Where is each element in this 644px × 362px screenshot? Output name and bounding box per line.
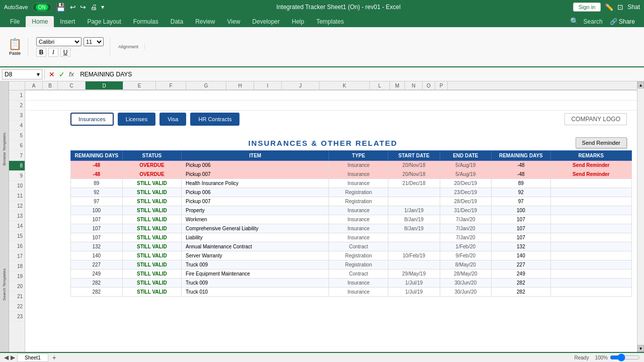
tab-formulas[interactable]: Formulas bbox=[127, 16, 165, 27]
col-header-e[interactable]: E bbox=[123, 81, 156, 89]
col-header-a[interactable]: A bbox=[25, 81, 43, 89]
tab-review[interactable]: Review bbox=[189, 16, 221, 27]
row-num-8[interactable]: 8 bbox=[9, 161, 25, 171]
data-cell: 227 bbox=[492, 260, 550, 269]
italic-btn[interactable]: I bbox=[48, 48, 58, 57]
col-header-c[interactable]: C bbox=[58, 81, 86, 89]
col-header-f[interactable]: F bbox=[156, 81, 186, 89]
tab-page-layout[interactable]: Page Layout bbox=[81, 16, 127, 27]
data-cell: Truck 009 bbox=[182, 279, 329, 288]
col-header-n[interactable]: N bbox=[405, 81, 423, 89]
font-size-select[interactable]: 11 bbox=[84, 37, 104, 46]
col-header-g[interactable]: G bbox=[186, 81, 226, 89]
zoom-slider[interactable] bbox=[610, 355, 640, 360]
scroll-track[interactable] bbox=[637, 88, 644, 345]
search-templates-label[interactable]: Search Templates bbox=[1, 267, 8, 302]
share-button[interactable]: 🔗 Share bbox=[605, 16, 640, 27]
tab-file[interactable]: File bbox=[4, 16, 26, 27]
status-cell: STILL VALID bbox=[122, 233, 181, 242]
hr-contracts-btn[interactable]: HR Contracts bbox=[190, 113, 239, 126]
data-cell: 107 bbox=[71, 224, 123, 233]
col-header-l[interactable]: L bbox=[370, 81, 390, 89]
col-header-d[interactable]: D bbox=[86, 81, 123, 89]
data-cell: 28/Dec/19 bbox=[440, 197, 492, 206]
data-cell: Insurance bbox=[329, 288, 388, 297]
browse-templates-label[interactable]: Browse Templates bbox=[1, 132, 8, 166]
row-num-2: 2 bbox=[9, 101, 25, 111]
col-header-o[interactable]: O bbox=[423, 81, 435, 89]
print-icon[interactable]: 🖨 bbox=[90, 3, 97, 11]
redo-icon[interactable]: ↪ bbox=[80, 3, 86, 11]
col-header-i[interactable]: I bbox=[254, 81, 282, 89]
font-family-select[interactable]: Calibri bbox=[36, 37, 82, 46]
data-cell: 7/Jan/20 bbox=[440, 224, 492, 233]
tab-templates[interactable]: Templates bbox=[310, 16, 350, 27]
visa-btn[interactable]: Visa bbox=[159, 113, 186, 126]
tab-data[interactable]: Data bbox=[165, 16, 189, 27]
add-sheet-btn[interactable]: + bbox=[52, 353, 56, 361]
autosave-toggle[interactable]: ON bbox=[32, 3, 52, 12]
data-cell: 1/Jan/19 bbox=[388, 206, 440, 215]
tab-view[interactable]: View bbox=[221, 16, 247, 27]
data-cell: Fire Equipment Maintenance bbox=[182, 269, 329, 279]
bottom-status: Ready bbox=[575, 355, 589, 360]
data-cell: 249 bbox=[492, 269, 550, 279]
scroll-up-btn[interactable]: ▲ bbox=[637, 81, 644, 88]
paste-btn[interactable]: 📋Paste bbox=[8, 38, 22, 56]
status-cell: OVERDUE bbox=[122, 170, 181, 179]
formula-input[interactable] bbox=[78, 71, 642, 78]
data-cell: Workmen bbox=[182, 215, 329, 224]
data-cell: 227 bbox=[71, 260, 123, 269]
tab-home[interactable]: Home bbox=[26, 16, 54, 27]
th-item: ITEM bbox=[182, 151, 329, 161]
sign-in-button[interactable]: Sign in bbox=[573, 3, 601, 12]
restore-icon[interactable]: ⊡ bbox=[617, 3, 623, 11]
col-header-m[interactable]: M bbox=[390, 81, 405, 89]
table-row: 227STILL VALIDTruck 009Registration8/May… bbox=[71, 260, 632, 269]
data-cell: Insurance bbox=[329, 179, 388, 188]
prev-sheet-btn[interactable]: ◀ bbox=[4, 354, 9, 361]
remarks-cell[interactable]: Send Reminder bbox=[550, 161, 631, 170]
row-num-10: 10 bbox=[9, 181, 25, 191]
bold-btn[interactable]: B bbox=[36, 48, 46, 57]
name-box[interactable]: D8 ▾ bbox=[2, 69, 42, 79]
underline-btn[interactable]: U bbox=[60, 48, 70, 57]
status-cell: STILL VALID bbox=[122, 242, 181, 251]
col-header-h[interactable]: H bbox=[226, 81, 254, 89]
share-label[interactable]: Shat bbox=[627, 4, 640, 11]
insert-function-icon[interactable]: fx bbox=[69, 70, 74, 78]
licenses-btn[interactable]: Licenses bbox=[118, 113, 155, 126]
scroll-down-btn[interactable]: ▼ bbox=[637, 345, 644, 352]
customize-icon[interactable]: ▾ bbox=[101, 4, 104, 11]
ribbon-font: Calibri 11 B I U bbox=[36, 37, 110, 57]
col-header-k[interactable]: K bbox=[319, 81, 370, 89]
sheet-tab-sheet1[interactable]: Sheet1 bbox=[17, 353, 48, 362]
data-cell: 5/Aug/19 bbox=[440, 161, 492, 170]
save-icon[interactable]: 💾 bbox=[56, 3, 66, 12]
name-box-dropdown[interactable]: ▾ bbox=[37, 71, 40, 78]
pen-icon[interactable]: ✏️ bbox=[605, 3, 613, 11]
tab-insert[interactable]: Insert bbox=[54, 16, 81, 27]
send-reminder-btn[interactable]: Send Reminder bbox=[576, 137, 627, 148]
search-box[interactable]: Search bbox=[582, 16, 605, 27]
col-header-b[interactable]: B bbox=[43, 81, 58, 89]
search-icon[interactable]: 🔍 bbox=[567, 15, 582, 27]
data-cell: 20/Dec/19 bbox=[440, 179, 492, 188]
col-header-p[interactable]: P bbox=[435, 81, 448, 89]
title-bar: AutoSave ON 💾 ↩ ↪ 🖨 ▾ Integrated Tracker… bbox=[0, 0, 644, 14]
status-cell: STILL VALID bbox=[122, 288, 181, 297]
col-header-j[interactable]: J bbox=[282, 81, 319, 89]
app-wrapper: AutoSave ON 💾 ↩ ↪ 🖨 ▾ Integrated Tracker… bbox=[0, 0, 644, 362]
cancel-formula-icon[interactable]: ✕ bbox=[49, 70, 55, 78]
tab-developer[interactable]: Developer bbox=[246, 16, 286, 27]
confirm-formula-icon[interactable]: ✓ bbox=[59, 70, 65, 78]
undo-icon[interactable]: ↩ bbox=[70, 3, 76, 11]
status-cell: STILL VALID bbox=[122, 188, 181, 197]
insurances-btn[interactable]: Insurances bbox=[70, 113, 114, 126]
tab-help[interactable]: Help bbox=[286, 16, 310, 27]
next-sheet-btn[interactable]: ▶ bbox=[11, 354, 15, 361]
right-scrollbar[interactable]: ▲ ▼ bbox=[637, 81, 644, 352]
formula-icons: ✕ ✓ fx bbox=[47, 70, 76, 78]
row-num-1: 1 bbox=[9, 90, 25, 101]
remarks-cell[interactable]: Send Reminder bbox=[550, 170, 631, 179]
